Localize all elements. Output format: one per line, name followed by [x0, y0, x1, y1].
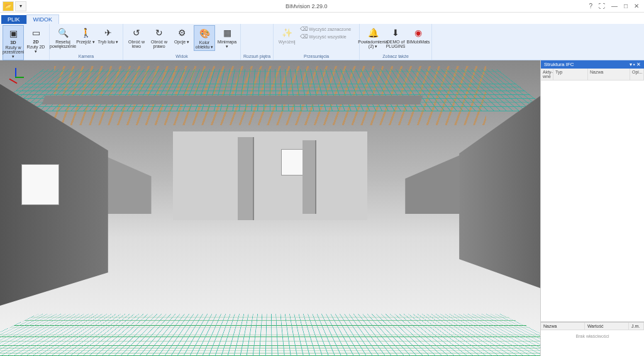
window-title: BIMvision 2.29.0 — [29, 3, 584, 9]
tab-widok[interactable]: WIDOK — [26, 14, 60, 24]
col-name[interactable]: Nazwa — [588, 69, 630, 80]
reset-zoom-button[interactable]: 🔍 Resetuj powiększenie — [52, 25, 74, 50]
col-active[interactable]: Akty- wne — [541, 69, 553, 80]
model-scene — [0, 60, 540, 356]
ribbon-tabs: PLIK WIDOK — [0, 13, 644, 24]
bell-icon: 🔔 — [367, 26, 379, 39]
airplane-icon: ✈ — [102, 26, 114, 39]
demo-plugins-button[interactable]: ⬇ DEMO of PLUGINS — [385, 25, 406, 50]
ribbon-group-rozsun: Rozsuń piętra — [241, 24, 274, 60]
prop-col-unit[interactable]: J.m. — [629, 323, 644, 330]
properties-empty-label: Brak właściwości — [541, 330, 644, 342]
tree-columns-header: Akty- wne Typ Nazwa Opi... — [541, 69, 644, 81]
col-desc[interactable]: Opi... — [630, 69, 644, 80]
title-bar: 📂 ▾ BIMvision 2.29.0 ? ⛶ — □ ✕ — [0, 0, 644, 13]
object-color-button[interactable]: 🎨 Kolor obiektu ▾ — [194, 25, 215, 51]
walk-icon: 🚶 — [79, 26, 92, 39]
clear-all-button[interactable]: ⌫ Wyczyść wszystkie — [299, 33, 353, 40]
magnifier-icon: 🔍 — [57, 26, 69, 39]
open-file-icon[interactable]: 📂 — [3, 1, 14, 11]
rotate-left-button[interactable]: ↺ Obróć w lewo — [126, 25, 147, 50]
options-button[interactable]: ⚙ Opcje ▾ — [171, 25, 192, 45]
rotate-left-icon: ↺ — [130, 26, 143, 39]
plugin-demo-icon: ⬇ — [389, 26, 402, 39]
gear-icon: ⚙ — [175, 26, 188, 39]
walk-button[interactable]: 🚶 Przejdź ▾ — [75, 25, 96, 45]
panel-title-bar[interactable]: Struktura IFC ▾ ▪ ✕ — [541, 60, 644, 69]
properties-columns: Nazwa Wartość J.m. — [541, 323, 644, 330]
eraser-icon: ⌫ — [301, 26, 307, 32]
view-2d-button[interactable]: ▭ 2D Rzuty 2D ▾ — [25, 25, 47, 55]
materials-icon: ◉ — [412, 26, 425, 39]
bimobimats-button[interactable]: ◉ BIMobiMats — [408, 25, 429, 45]
panel-controls: ▾ ▪ ✕ — [630, 62, 641, 67]
ribbon-group-kamera: 🔍 Resetuj powiększenie 🚶 Przejdź ▾ ✈ Try… — [50, 24, 123, 60]
ribbon-group-zobacz: 🔔 Powiadomienia (2) ▾ ⬇ DEMO of PLUGINS … — [360, 24, 432, 60]
ribbon: ▣ 3D Rzuty w przestrzeni ▾ ▭ 2D Rzuty 2D… — [0, 24, 644, 60]
cube-3d-icon: ▣ — [7, 27, 19, 40]
main-area: Struktura IFC ▾ ▪ ✕ Akty- wne Typ Nazwa … — [0, 60, 644, 356]
properties-pane: Nazwa Wartość J.m. Brak właściwości — [541, 321, 644, 356]
window-controls: ? ⛶ — □ ✕ — [584, 3, 644, 9]
palette-icon: 🎨 — [198, 27, 211, 40]
tab-file[interactable]: PLIK — [1, 15, 26, 24]
maximize-button[interactable]: □ — [624, 3, 628, 9]
prop-col-value[interactable]: Wartość — [585, 323, 629, 330]
highlight-icon: ✨ — [280, 26, 293, 39]
fullscreen-button[interactable]: ⛶ — [599, 3, 605, 9]
quick-access-toolbar: 📂 ▾ — [0, 1, 29, 11]
ifc-structure-panel: Struktura IFC ▾ ▪ ✕ Akty- wne Typ Nazwa … — [540, 60, 644, 356]
notifications-button[interactable]: 🔔 Powiadomienia (2) ▾ — [362, 25, 384, 50]
rotate-right-button[interactable]: ↻ Obróć w prawo — [148, 25, 170, 50]
prop-col-name[interactable]: Nazwa — [541, 323, 585, 330]
minimap-button[interactable]: ▦ Minimapa ▾ — [216, 25, 238, 50]
ribbon-group-typ: ▣ 3D Rzuty w przestrzeni ▾ ▭ 2D Rzuty 2D… — [0, 24, 50, 60]
minimap-icon: ▦ — [221, 26, 233, 39]
view-3d-button[interactable]: ▣ 3D Rzuty w przestrzeni ▾ — [3, 25, 24, 60]
ribbon-group-przesuniecia: ✨ Wyróżnij ⌫ Wyczyść zaznaczone ⌫ Wyczyś… — [274, 24, 360, 60]
col-type[interactable]: Typ — [553, 69, 588, 80]
plane-2d-icon: ▭ — [30, 26, 42, 39]
panel-title-text: Struktura IFC — [544, 62, 574, 67]
minimize-button[interactable]: — — [611, 3, 618, 9]
ribbon-group-widok: ↺ Obróć w lewo ↻ Obróć w prawo ⚙ Opcje ▾… — [123, 24, 241, 60]
qat-dropdown-icon[interactable]: ▾ — [15, 1, 26, 11]
ifc-tree[interactable] — [541, 81, 644, 321]
fly-mode-button[interactable]: ✈ Tryb lotu ▾ — [97, 25, 119, 45]
close-button[interactable]: ✕ — [634, 3, 639, 9]
rotate-right-icon: ↻ — [153, 26, 165, 39]
eraser-all-icon: ⌫ — [301, 33, 307, 40]
viewport-3d[interactable] — [0, 60, 540, 356]
highlight-button[interactable]: ✨ Wyróżnij — [276, 25, 297, 45]
help-button[interactable]: ? — [589, 3, 592, 9]
axis-gizmo — [8, 68, 25, 86]
clear-selected-button[interactable]: ⌫ Wyczyść zaznaczone — [299, 25, 353, 33]
